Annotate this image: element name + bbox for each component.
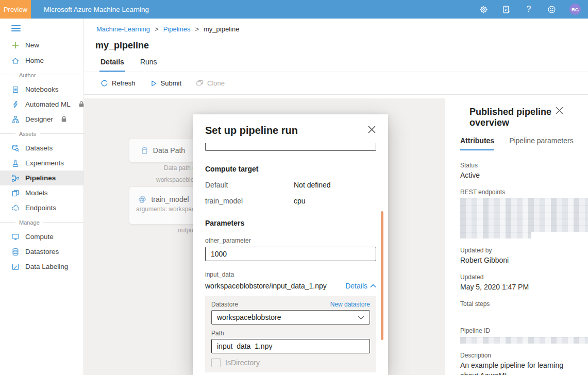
sidebar-item-compute[interactable]: Compute — [0, 229, 83, 244]
notebook-icon — [11, 86, 20, 94]
page-tabs: Details Runs — [84, 51, 588, 72]
input-data-value: workspaceblobstore/input_data_1.npy — [205, 282, 327, 290]
endpoints-icon — [11, 204, 20, 212]
tab-attributes[interactable]: Attributes — [460, 137, 494, 150]
refresh-button[interactable]: Refresh — [100, 79, 136, 87]
datastore-select[interactable]: workspaceblobstore — [211, 310, 370, 325]
sidebar-item-automated-ml[interactable]: Automated ML — [0, 97, 83, 112]
sidebar-item-datasets[interactable]: Datasets — [0, 141, 83, 156]
chevron-down-icon — [358, 315, 364, 320]
data-path-editor: Datastore New datastore workspaceblobsto… — [205, 296, 376, 372]
breadcrumb-current: my_pipeline — [204, 25, 239, 33]
panel-tabs: Attributes Pipeline parameters — [460, 137, 588, 150]
app-title: Microsoft Azure Machine Learning — [44, 6, 149, 13]
path-input[interactable] — [211, 339, 370, 353]
node-caption: Data path o — [164, 164, 196, 172]
clone-button[interactable]: Clone — [196, 79, 225, 87]
panel-body: Status Active REST endpoints Updat — [445, 150, 588, 375]
designer-icon — [11, 115, 20, 124]
sidebar-item-notebooks[interactable]: Notebooks — [0, 82, 83, 97]
field-updated: Updated May 5, 2020 1:47 PM — [460, 273, 580, 292]
sidebar-item-experiments[interactable]: Experiments — [0, 156, 83, 171]
lock-icon — [77, 101, 86, 108]
refresh-icon — [100, 79, 108, 87]
sidebar-item-pipelines[interactable]: Pipelines — [0, 171, 83, 185]
other-parameter-input[interactable] — [205, 247, 376, 261]
breadcrumb: Machine-Learning > Pipelines > my_pipeli… — [84, 19, 588, 33]
field-total-steps: Total steps — [460, 300, 580, 319]
sidebar-item-datastores[interactable]: Datastores — [0, 244, 83, 259]
azure-ml-page: Preview Microsoft Azure Machine Learning… — [0, 0, 588, 375]
field-description: Description An example pipeline for lear… — [460, 351, 580, 375]
sidebar-section-assets: Assets — [0, 127, 83, 141]
setup-pipeline-run-modal: Set up pipeline run Compute target Defau… — [193, 114, 388, 375]
isdirectory-checkbox[interactable] — [211, 358, 221, 367]
published-pipeline-overview-panel: Published pipeline overview Attributes P… — [445, 98, 588, 375]
compute-icon — [11, 233, 20, 241]
experiment-name-input-partial[interactable] — [205, 143, 376, 151]
sidebar-item-home[interactable]: Home — [0, 53, 83, 68]
datastore-cylinder-icon — [141, 147, 148, 155]
sidebar-section-manage: Manage — [0, 215, 83, 229]
datasets-icon — [11, 144, 20, 152]
datastores-icon — [11, 248, 20, 256]
node-caption: workspaceblob — [156, 176, 197, 183]
new-datastore-link[interactable]: New datastore — [330, 301, 370, 308]
tab-runs[interactable]: Runs — [139, 58, 158, 72]
sidebar-item-designer[interactable]: Designer — [0, 112, 83, 127]
field-status: Status Active — [460, 161, 580, 180]
home-icon — [11, 57, 20, 65]
details-toggle-link[interactable]: Details — [345, 282, 376, 290]
modal-scrollbar[interactable] — [381, 211, 383, 340]
other-parameter-label: other_parameter — [205, 237, 376, 244]
isdirectory-label: IsDirectory — [225, 359, 260, 367]
input-data-label: input_data — [205, 271, 376, 278]
parameters-heading: Parameters — [205, 219, 376, 227]
sidebar-item-data-labeling[interactable]: Data Labeling — [0, 259, 83, 274]
datastore-label: Datastore — [211, 301, 238, 308]
sidebar-nav: New Home Author Notebooks Automated ML D… — [0, 19, 84, 375]
field-updated-by: Updated by Robert Gibboni — [460, 246, 580, 265]
chevron-up-icon — [370, 284, 376, 288]
lock-icon — [60, 116, 68, 123]
help-question-icon[interactable]: ? — [524, 5, 533, 14]
play-icon — [150, 80, 157, 87]
redacted-endpoint-block — [460, 198, 580, 238]
clone-icon — [196, 79, 204, 87]
sidebar-item-endpoints[interactable]: Endpoints — [0, 200, 83, 215]
breadcrumb-workspace[interactable]: Machine-Learning — [96, 25, 150, 33]
top-bar: Preview Microsoft Azure Machine Learning… — [0, 0, 588, 19]
compute-target-heading: Compute target — [205, 165, 376, 173]
sidebar-item-new[interactable]: New — [0, 38, 83, 53]
preview-badge[interactable]: Preview — [0, 0, 31, 19]
models-icon — [11, 189, 20, 197]
redacted-id-bar — [460, 337, 580, 344]
breadcrumb-separator: > — [195, 25, 199, 33]
breadcrumb-pipelines[interactable]: Pipelines — [163, 25, 191, 33]
tab-details[interactable]: Details — [99, 58, 125, 72]
compute-row-default: Default Not defined — [205, 181, 376, 189]
compute-row-train-model: train_model cpu — [205, 197, 376, 205]
panel-title: Published pipeline overview — [469, 107, 556, 128]
submit-run-button[interactable]: Submit — [150, 79, 181, 87]
graph-node-data-path[interactable]: Data Path — [129, 138, 197, 163]
path-label: Path — [211, 330, 224, 337]
node-caption: output — [178, 227, 195, 234]
smiley-feedback-icon[interactable] — [547, 5, 556, 14]
avatar[interactable]: RG — [569, 4, 581, 15]
close-icon[interactable] — [368, 126, 376, 134]
settings-gear-icon[interactable] — [479, 5, 488, 14]
modal-title: Set up pipeline run — [205, 124, 298, 137]
python-icon — [138, 195, 146, 203]
close-icon[interactable] — [556, 107, 563, 115]
hamburger-menu-icon[interactable] — [11, 25, 21, 31]
topbar-actions: ? RG — [479, 4, 588, 15]
toolbar: Refresh Submit Clone — [84, 72, 588, 95]
plus-icon — [11, 41, 20, 49]
field-pipeline-id: Pipeline ID — [460, 327, 580, 344]
node-arguments: arguments: workspac — [129, 206, 198, 218]
tab-pipeline-parameters[interactable]: Pipeline parameters — [509, 137, 574, 150]
sidebar-item-models[interactable]: Models — [0, 185, 83, 200]
graph-node-train-model[interactable]: train_model arguments: workspac — [129, 186, 198, 225]
feedback-notes-icon[interactable] — [501, 5, 511, 14]
